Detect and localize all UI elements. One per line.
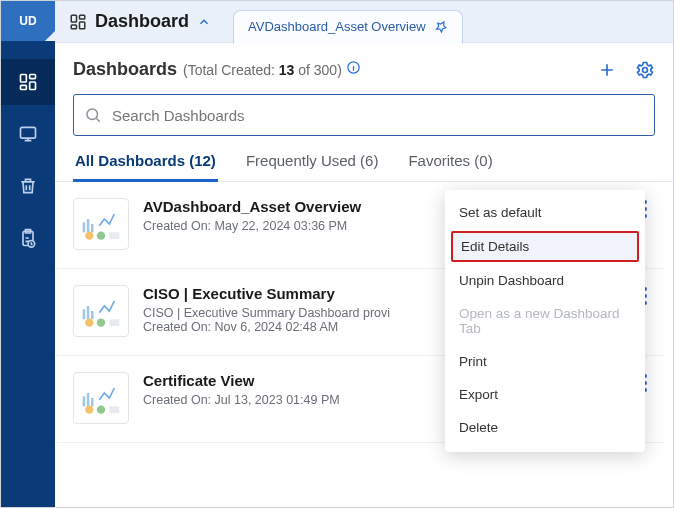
svg-rect-24 <box>87 306 90 319</box>
section-meta: (Total Created: 13 of 300) <box>183 60 361 78</box>
dashboard-list: AVDashboard_Asset Overview Created On: M… <box>55 182 673 507</box>
svg-point-18 <box>97 232 105 240</box>
nav-monitor[interactable] <box>1 111 55 157</box>
tabs: All Dashboards (12) Frequently Used (6) … <box>55 142 673 182</box>
add-dashboard-button[interactable] <box>597 60 617 80</box>
context-menu: Set as default Edit Details Unpin Dashbo… <box>445 190 645 452</box>
chevron-up-icon <box>197 15 211 29</box>
section-title: Dashboards <box>73 59 177 80</box>
chart-thumbnail-icon <box>81 206 121 242</box>
workspace-avatar[interactable]: UD <box>1 1 55 41</box>
svg-rect-32 <box>83 396 86 406</box>
dashboard-dropdown[interactable]: Dashboard <box>69 11 211 32</box>
thumbnail <box>73 198 129 250</box>
menu-print[interactable]: Print <box>445 345 645 378</box>
svg-rect-33 <box>87 393 90 406</box>
pinned-tab-label: AVDashboard_Asset Overview <box>248 19 426 34</box>
svg-rect-19 <box>109 232 119 239</box>
menu-edit-details[interactable]: Edit Details <box>451 231 639 262</box>
menu-delete[interactable]: Delete <box>445 411 645 444</box>
info-icon[interactable] <box>346 60 361 75</box>
nav-trash[interactable] <box>1 163 55 209</box>
svg-rect-25 <box>91 311 94 319</box>
svg-point-12 <box>643 67 648 72</box>
chart-thumbnail-icon <box>81 293 121 329</box>
monitor-icon <box>18 124 38 144</box>
svg-rect-8 <box>80 15 85 19</box>
svg-rect-2 <box>30 82 36 90</box>
svg-rect-1 <box>30 75 36 79</box>
nav-dashboard[interactable] <box>1 59 55 105</box>
svg-rect-37 <box>109 406 119 413</box>
svg-rect-10 <box>71 25 76 29</box>
dashboard-icon <box>18 72 38 92</box>
tab-frequently-used[interactable]: Frequently Used (6) <box>244 152 381 181</box>
svg-point-17 <box>85 232 93 240</box>
nav-reports[interactable] <box>1 215 55 261</box>
pin-icon <box>434 20 448 34</box>
svg-rect-23 <box>83 309 86 319</box>
svg-rect-4 <box>21 127 36 138</box>
chart-thumbnail-icon <box>81 380 121 416</box>
svg-point-13 <box>87 109 98 120</box>
search-input[interactable] <box>110 106 644 125</box>
menu-unpin[interactable]: Unpin Dashboard <box>445 264 645 297</box>
svg-rect-14 <box>83 222 86 232</box>
clipboard-icon <box>18 228 38 248</box>
svg-rect-34 <box>91 398 94 406</box>
svg-point-36 <box>97 406 105 414</box>
tab-all-dashboards[interactable]: All Dashboards (12) <box>73 152 218 181</box>
svg-point-26 <box>85 319 93 327</box>
tab-favorites[interactable]: Favorites (0) <box>406 152 494 181</box>
svg-rect-3 <box>21 85 27 89</box>
gear-icon <box>635 60 655 80</box>
search-field[interactable] <box>73 94 655 136</box>
thumbnail <box>73 372 129 424</box>
settings-button[interactable] <box>635 60 655 80</box>
svg-rect-16 <box>91 224 94 232</box>
svg-rect-15 <box>87 219 90 232</box>
menu-open-new-tab: Open as a new Dashboard Tab <box>445 297 645 345</box>
dashboard-icon <box>69 13 87 31</box>
left-nav-rail: UD <box>1 1 55 507</box>
svg-rect-0 <box>21 75 27 83</box>
plus-icon <box>597 60 617 80</box>
svg-rect-7 <box>71 15 76 22</box>
svg-rect-9 <box>80 22 85 29</box>
trash-icon <box>18 176 38 196</box>
svg-rect-28 <box>109 319 119 326</box>
svg-point-27 <box>97 319 105 327</box>
search-icon <box>84 106 102 124</box>
menu-export[interactable]: Export <box>445 378 645 411</box>
pinned-tab[interactable]: AVDashboard_Asset Overview <box>233 10 463 44</box>
menu-set-default[interactable]: Set as default <box>445 196 645 229</box>
thumbnail <box>73 285 129 337</box>
svg-point-35 <box>85 406 93 414</box>
page-title: Dashboard <box>95 11 189 32</box>
